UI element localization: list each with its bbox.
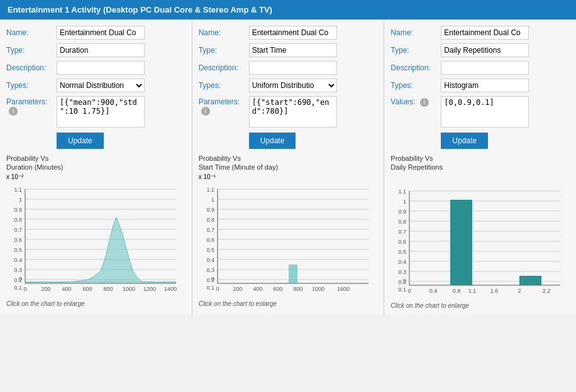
name-label-2: Name: [199, 28, 249, 37]
params-info-icon-1[interactable]: i [9, 107, 18, 116]
chart-svg-2: 1.1 1 0.9 0.8 0.7 0.6 0.5 0.4 0.3 0.2 0 [199, 183, 375, 296]
svg-text:0.7: 0.7 [14, 227, 22, 233]
svg-text:0.8: 0.8 [14, 217, 22, 223]
chart-area-3[interactable]: 1.1 1 0.9 0.8 0.7 0.6 0.5 0.4 0.3 0.2 [390, 185, 570, 300]
types-row-1: Types: Normal Distribution [6, 79, 186, 92]
chart-title-1: Probability Vs Duration (Minutes) [6, 154, 186, 172]
types-select-1[interactable]: Normal Distribution [57, 79, 145, 92]
svg-text:2.2: 2.2 [543, 288, 551, 294]
desc-input-2[interactable] [249, 61, 337, 75]
update-button-1[interactable]: Update [57, 133, 104, 149]
svg-rect-86 [450, 200, 472, 285]
params-label-3: Values: i [390, 96, 441, 107]
desc-input-3[interactable] [441, 61, 529, 75]
type-input-3[interactable] [441, 43, 529, 57]
svg-text:0.9: 0.9 [14, 207, 22, 213]
svg-text:0.3: 0.3 [399, 269, 407, 275]
name-input-2[interactable] [249, 26, 337, 40]
title-text: Entertainment 1 Activity (Desktop PC Dua… [8, 5, 272, 14]
svg-rect-87 [519, 276, 541, 285]
chart-footnote-3[interactable]: Click on the chart to enlarge [390, 302, 570, 309]
svg-text:0.5: 0.5 [14, 247, 22, 253]
svg-text:1.1: 1.1 [14, 187, 22, 193]
svg-text:1.1: 1.1 [206, 187, 214, 193]
svg-text:200: 200 [41, 286, 50, 292]
params-textarea-2[interactable]: [{"start":690,"end":780}] [249, 96, 337, 128]
svg-text:400: 400 [62, 286, 71, 292]
name-input-1[interactable] [57, 26, 145, 40]
svg-text:1.1: 1.1 [399, 188, 407, 195]
chart-area-2[interactable]: 1.1 1 0.9 0.8 0.7 0.6 0.5 0.4 0.3 0.2 0 [199, 183, 378, 298]
type-input-2[interactable] [249, 43, 337, 57]
svg-text:2: 2 [518, 288, 521, 294]
params-row-1: Parameters: i [{"mean":900,"std":10 1.75… [6, 96, 186, 128]
types-input-3[interactable] [441, 79, 529, 92]
desc-label-1: Description: [6, 63, 57, 72]
svg-text:0.8: 0.8 [206, 217, 214, 223]
params-label-2: Parameters: i [199, 96, 249, 116]
params-label-1: Parameters: i [6, 96, 57, 116]
update-button-2[interactable]: Update [249, 133, 296, 149]
name-label-1: Name: [6, 28, 57, 37]
chart-area-1[interactable]: 1.1 1 0.9 0.8 0.7 0.6 0.5 0.4 0.3 0.2 0 … [6, 183, 186, 298]
types-select-2[interactable]: Uniform Distributio [249, 79, 337, 92]
svg-text:1: 1 [403, 199, 406, 205]
chart-title-3: Probability Vs Daily Repetitions [390, 154, 570, 172]
svg-text:0.5: 0.5 [399, 249, 407, 255]
params-info-icon-3[interactable]: i [420, 98, 429, 107]
name-label-3: Name: [390, 28, 441, 37]
params-info-icon-2[interactable]: i [201, 107, 210, 116]
type-label-3: Type: [390, 46, 441, 55]
desc-row-3: Description: [390, 61, 570, 75]
chart-footnote-2[interactable]: Click on the chart to enlarge [199, 300, 378, 307]
svg-text:200: 200 [233, 286, 242, 292]
title-bar: Entertainment 1 Activity (Desktop PC Dua… [0, 0, 576, 19]
svg-text:0.9: 0.9 [206, 207, 214, 213]
svg-text:1.6: 1.6 [490, 288, 499, 294]
chart-title-2: Probability Vs Start Time (Minute of day… [199, 154, 378, 172]
desc-input-1[interactable] [57, 61, 145, 75]
types-row-3: Types: [390, 79, 570, 92]
type-label-2: Type: [199, 46, 249, 55]
svg-text:0: 0 [408, 288, 411, 294]
svg-text:0.1: 0.1 [14, 285, 22, 291]
types-label-1: Types: [6, 81, 57, 90]
svg-text:0.3: 0.3 [14, 267, 22, 273]
panel-2: Name: Type: Description: Types: Uniform … [192, 19, 385, 315]
main-container: Name: Type: Description: Types: Normal D… [0, 19, 576, 315]
svg-text:800: 800 [103, 286, 113, 292]
svg-text:0.5: 0.5 [206, 247, 214, 253]
update-button-3[interactable]: Update [441, 133, 488, 149]
name-row-1: Name: [6, 26, 186, 40]
params-row-2: Parameters: i [{"start":690,"end":780}] [199, 96, 378, 128]
svg-text:1400: 1400 [164, 286, 177, 292]
svg-text:0.8: 0.8 [399, 219, 407, 225]
svg-text:0.4: 0.4 [429, 288, 438, 294]
svg-text:0: 0 [19, 276, 22, 282]
svg-text:0: 0 [23, 286, 26, 292]
svg-text:1600: 1600 [337, 286, 350, 292]
params-textarea-1[interactable]: [{"mean":900,"std":10 1.75}] [57, 96, 145, 128]
chart-scale-2: x 10⁻¹ [199, 173, 378, 180]
svg-text:0.6: 0.6 [14, 237, 22, 243]
type-row-3: Type: [390, 43, 570, 57]
svg-text:0.3: 0.3 [206, 267, 214, 273]
name-input-3[interactable] [441, 26, 529, 40]
types-row-2: Types: Uniform Distributio [199, 79, 378, 92]
chart-footnote-1[interactable]: Click on the chart to enlarge [6, 300, 186, 307]
svg-text:600: 600 [82, 286, 92, 292]
panel-1: Name: Type: Description: Types: Normal D… [0, 19, 192, 315]
svg-text:0.6: 0.6 [206, 237, 214, 243]
params-textarea-3[interactable]: [0,0.9,0.1] [441, 96, 529, 128]
type-row-1: Type: [6, 43, 186, 57]
svg-text:0.1: 0.1 [206, 285, 214, 291]
type-input-1[interactable] [57, 43, 145, 57]
name-row-3: Name: [390, 26, 570, 40]
svg-rect-54 [289, 264, 297, 283]
types-label-3: Types: [390, 81, 441, 90]
svg-text:0.4: 0.4 [206, 257, 214, 263]
svg-text:400: 400 [253, 286, 262, 292]
svg-text:0.4: 0.4 [399, 259, 407, 265]
svg-text:0.1: 0.1 [399, 286, 407, 293]
svg-text:0: 0 [211, 276, 214, 282]
